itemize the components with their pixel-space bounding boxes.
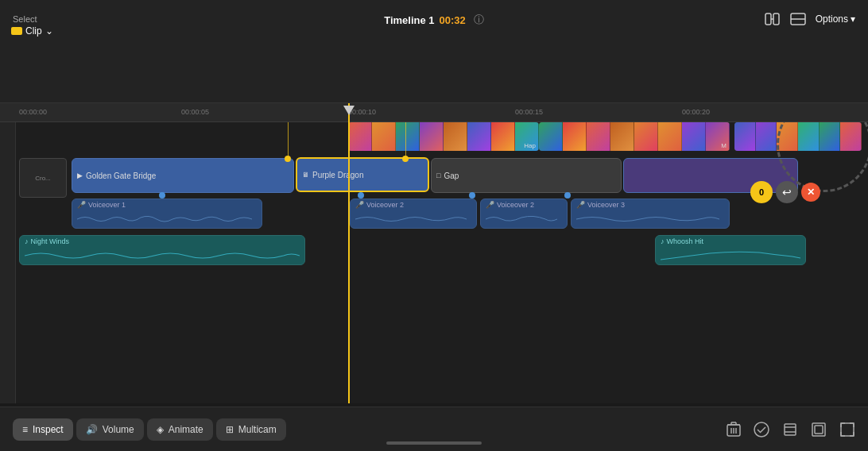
gap-icon: □: [436, 172, 440, 179]
svg-rect-0: [765, 13, 771, 25]
bottom-toolbar: ≡ Inspect 🔊 Volume ◈ Animate ⊞ Multicam: [0, 407, 868, 451]
svg-rect-18: [815, 426, 823, 434]
mic-icon-2a: 🎤: [355, 201, 364, 209]
toolbar-right: Options ▾: [765, 13, 855, 25]
clip-color-icon: [11, 27, 22, 35]
voiceover-track: 🎤 Voiceover 1 🎤 Voiceover 2 🎤 Voiceover …: [19, 199, 868, 233]
multicam-label: Multicam: [238, 424, 277, 435]
yellow-line-right: [405, 122, 406, 157]
transform-button[interactable]: [811, 422, 827, 438]
toolbar: Select Clip ⌄ Timeline 1 00:32 ⓘ: [0, 6, 868, 38]
select-label: Select: [13, 14, 37, 24]
svg-rect-19: [841, 423, 854, 436]
delete-button[interactable]: [727, 422, 741, 438]
inspect-icon: ≡: [22, 424, 28, 435]
voiceover1-clip[interactable]: 🎤 Voiceover 1: [72, 199, 262, 229]
mic-icon-2b: 🎤: [486, 201, 494, 209]
voiceover2a-label: Voiceover 2: [366, 201, 404, 209]
whoosh-hit-clip[interactable]: ♪ Whoosh Hit: [655, 235, 806, 265]
timeline-center: Timeline 1 00:32 ⓘ: [384, 13, 484, 27]
popup-badge-area: 0 ↩ ✕: [750, 181, 820, 203]
connection-dot-top-left: [285, 156, 291, 162]
inspect-button[interactable]: ≡ Inspect: [13, 418, 73, 441]
gap-clip[interactable]: □ Gap: [431, 158, 622, 193]
voiceover2b-label: Voiceover 2: [497, 201, 534, 209]
connection-dot-top-right: [402, 156, 409, 162]
golden-gate-label: Golden Gate Bridge: [86, 172, 156, 180]
timeline-tracks: Hap M Cro...: [0, 122, 868, 403]
voiceover2b-clip[interactable]: 🎤 Voiceover 2: [480, 199, 568, 229]
svg-point-13: [754, 422, 769, 437]
timeline-info-button[interactable]: ⓘ: [474, 13, 484, 27]
timeline-title: Timeline 1: [384, 14, 434, 26]
mic-icon-3: 🎤: [576, 201, 585, 209]
purple-dragon-label: Purple Dragon: [312, 171, 363, 179]
inspect-label: Inspect: [33, 424, 64, 435]
filmstrip-segment-1: Hap: [348, 122, 539, 151]
badge-arrow[interactable]: ↩: [776, 181, 798, 203]
multicam-icon-button[interactable]: [765, 13, 781, 25]
video-clip-icon: ▶: [77, 172, 83, 179]
layout-icon-button[interactable]: [790, 13, 806, 25]
music-icon: ♪: [25, 237, 29, 245]
options-label: Options: [816, 13, 848, 25]
blue-dot-1: [159, 192, 165, 199]
header: Select Clip ⌄ Timeline 1 00:32 ⓘ: [0, 0, 868, 103]
whoosh-hit-label: Whoosh Hit: [667, 237, 704, 245]
voiceover3-label: Voiceover 3: [587, 201, 625, 209]
checkmark-button[interactable]: [754, 422, 769, 438]
blue-dot-4: [564, 192, 571, 199]
scroll-indicator[interactable]: [386, 441, 482, 445]
gap-label: Gap: [444, 172, 459, 180]
volume-icon: 🔊: [86, 424, 98, 435]
animate-button[interactable]: ◈ Animate: [147, 418, 213, 441]
blue-dot-2: [358, 192, 364, 199]
svg-rect-1: [773, 13, 779, 25]
cross-track-clip[interactable]: Cro...: [19, 158, 67, 198]
filmstrip-segment-2: M: [539, 122, 730, 151]
playhead-triangle: [343, 106, 355, 115]
clip-chevron-icon: ⌄: [45, 25, 53, 37]
playhead-head: [342, 103, 356, 118]
voiceover2a-clip[interactable]: 🎤 Voiceover 2: [350, 199, 477, 229]
crop-button[interactable]: [782, 422, 798, 438]
clip-label: Clip: [25, 25, 42, 37]
screen-icon: 🖥: [302, 171, 309, 179]
yellow-line-left: [288, 122, 289, 157]
ruler-mark-0: 00:00:00: [19, 108, 47, 116]
whoosh-icon: ♪: [661, 237, 665, 245]
golden-gate-clip[interactable]: ▶ Golden Gate Bridge: [72, 158, 294, 193]
cross-label: Cro...: [35, 175, 51, 182]
options-button[interactable]: Options ▾: [816, 13, 855, 25]
voiceover3-clip[interactable]: 🎤 Voiceover 3: [571, 199, 730, 229]
bottom-right-tools: [727, 422, 855, 438]
animate-icon: ◈: [157, 424, 164, 435]
badge-close-button[interactable]: ✕: [801, 183, 820, 202]
night-winds-label: Night Winds: [31, 237, 70, 245]
music-track: ♪ Night Winds ♪ Whoosh Hit: [19, 235, 868, 270]
purple-dragon-clip[interactable]: 🖥 Purple Dragon: [296, 157, 429, 192]
ruler-mark-4: 00:00:20: [682, 108, 710, 116]
mic-icon-1: 🎤: [77, 201, 86, 209]
timeline-duration: 00:32: [440, 14, 466, 26]
blue-dot-3: [469, 192, 475, 199]
night-winds-clip[interactable]: ♪ Night Winds: [19, 235, 305, 265]
fit-button[interactable]: [839, 422, 855, 438]
animate-label: Animate: [169, 424, 203, 435]
volume-label: Volume: [103, 424, 134, 435]
ruler-mark-1: 00:00:05: [181, 108, 209, 116]
svg-rect-14: [785, 424, 796, 435]
main-video-track: Cro... ▶ Golden Gate Bridge 🖥 Purple Dra…: [19, 156, 868, 195]
playhead[interactable]: [348, 103, 350, 403]
timeline-ruler: 00:00:00 00:00:05 00:00:10 00:00:15 00:0…: [0, 103, 868, 122]
volume-button[interactable]: 🔊 Volume: [76, 418, 144, 441]
badge-count[interactable]: 0: [750, 181, 773, 203]
ruler-mark-3: 00:00:15: [515, 108, 543, 116]
track-labels-column: [0, 122, 16, 403]
clip-selector[interactable]: Clip ⌄: [11, 25, 53, 37]
voiceover1-label: Voiceover 1: [88, 201, 126, 209]
filmstrip-row: Hap M: [19, 122, 868, 154]
multicam-button[interactable]: ⊞ Multicam: [216, 418, 286, 441]
multicam-icon: ⊞: [226, 424, 234, 435]
options-chevron-icon: ▾: [851, 13, 855, 25]
